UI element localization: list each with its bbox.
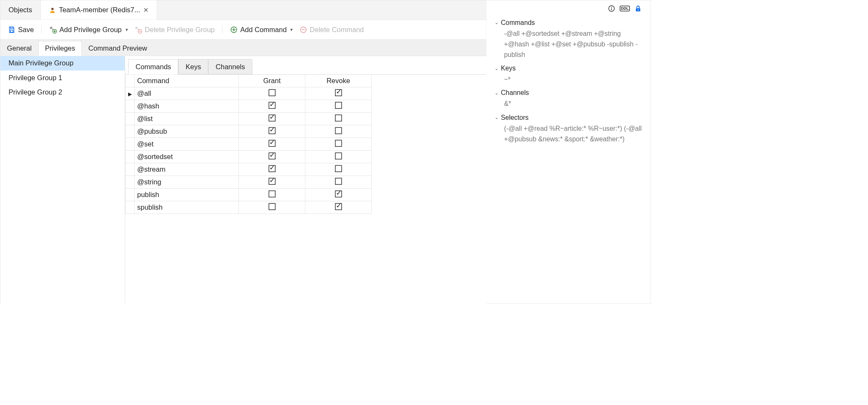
cell-revoke[interactable]: [305, 87, 372, 100]
checkbox-grant[interactable]: [268, 89, 276, 96]
checkbox-grant[interactable]: [268, 102, 276, 109]
table-row[interactable]: @list: [125, 113, 371, 125]
table-row[interactable]: @pubsub: [125, 125, 371, 138]
tab-editor[interactable]: TeamA-member (Redis7... ✕: [40, 0, 157, 20]
cell-revoke[interactable]: [305, 163, 372, 176]
inner-tab-keys[interactable]: Keys: [178, 59, 208, 74]
checkbox-revoke[interactable]: [335, 102, 342, 109]
header-command[interactable]: Command: [134, 75, 239, 87]
checkbox-revoke[interactable]: [335, 165, 342, 172]
cell-command[interactable]: @list: [134, 113, 239, 125]
chevron-down-icon: ▾: [290, 27, 292, 32]
cell-revoke[interactable]: [305, 125, 372, 138]
cell-revoke[interactable]: [305, 113, 372, 125]
side-channels-label: Channels: [501, 89, 529, 97]
checkbox-grant[interactable]: [268, 140, 276, 147]
cell-grant[interactable]: [239, 151, 305, 163]
section-tabs: General Privileges Command Preview: [0, 40, 486, 56]
inner-tab-channels[interactable]: Channels: [209, 59, 252, 74]
privilege-group-item[interactable]: Privilege Group 1: [0, 70, 125, 85]
side-channels-header[interactable]: ⌄Channels: [495, 87, 643, 99]
checkbox-revoke[interactable]: [335, 152, 342, 159]
cell-command[interactable]: @string: [134, 176, 239, 189]
table-row[interactable]: spublish: [125, 201, 371, 214]
checkbox-grant[interactable]: [268, 127, 276, 134]
table-row[interactable]: @sortedset: [125, 151, 371, 163]
table-row[interactable]: ▶@all: [125, 87, 371, 100]
table-row[interactable]: @string: [125, 176, 371, 189]
header-revoke[interactable]: Revoke: [305, 75, 372, 87]
checkbox-grant[interactable]: [268, 178, 276, 185]
cell-revoke[interactable]: [305, 189, 372, 201]
checkbox-revoke[interactable]: [335, 140, 342, 147]
cell-command[interactable]: spublish: [134, 201, 239, 214]
side-keys-value: ~*: [495, 74, 643, 84]
tab-general[interactable]: General: [0, 41, 38, 56]
row-marker: [125, 100, 134, 113]
cell-command[interactable]: @all: [134, 87, 239, 100]
row-marker: [125, 163, 134, 176]
privilege-group-item[interactable]: Main Privilege Group: [0, 56, 125, 71]
cell-command[interactable]: @hash: [134, 100, 239, 113]
checkbox-revoke[interactable]: [335, 89, 342, 96]
table-row[interactable]: @stream: [125, 163, 371, 176]
checkbox-revoke[interactable]: [335, 178, 342, 185]
privilege-group-list: Main Privilege GroupPrivilege Group 1Pri…: [0, 56, 125, 304]
tab-command-preview[interactable]: Command Preview: [82, 41, 154, 56]
cell-command[interactable]: @set: [134, 138, 239, 151]
cell-grant[interactable]: [239, 113, 305, 125]
cell-revoke[interactable]: [305, 151, 372, 163]
checkbox-grant[interactable]: [268, 114, 276, 122]
checkbox-grant[interactable]: [268, 190, 276, 197]
table-row[interactable]: @hash: [125, 100, 371, 113]
checkbox-revoke[interactable]: [335, 114, 342, 122]
checkbox-grant[interactable]: [268, 152, 276, 159]
checkbox-revoke[interactable]: [335, 203, 342, 210]
cell-revoke[interactable]: [305, 176, 372, 189]
cell-grant[interactable]: [239, 87, 305, 100]
info-icon[interactable]: [607, 4, 616, 13]
lock-icon[interactable]: [634, 4, 643, 13]
privilege-group-item[interactable]: Privilege Group 2: [0, 85, 125, 100]
checkbox-revoke[interactable]: [335, 190, 342, 197]
cell-grant[interactable]: [239, 189, 305, 201]
add-command-button[interactable]: Add Command ▾: [228, 24, 295, 35]
checkbox-grant[interactable]: [268, 165, 276, 172]
header-grant[interactable]: Grant: [239, 75, 305, 87]
row-marker: ▶: [125, 87, 134, 100]
cell-grant[interactable]: [239, 176, 305, 189]
table-row[interactable]: @set: [125, 138, 371, 151]
cell-revoke[interactable]: [305, 138, 372, 151]
inner-tab-commands[interactable]: Commands: [129, 59, 179, 74]
row-marker: [125, 201, 134, 214]
cell-revoke[interactable]: [305, 201, 372, 214]
cell-grant[interactable]: [239, 125, 305, 138]
cell-revoke[interactable]: [305, 100, 372, 113]
cell-grant[interactable]: [239, 163, 305, 176]
save-button[interactable]: Save: [5, 24, 37, 35]
side-commands-header[interactable]: ⌄Commands: [495, 17, 643, 28]
add-privilege-group-button[interactable]: Add Privilege Group ▾: [47, 24, 130, 35]
cell-grant[interactable]: [239, 138, 305, 151]
tab-editor-label: TeamA-member (Redis7...: [59, 6, 140, 14]
side-keys-header[interactable]: ⌄Keys: [495, 62, 643, 74]
cell-command[interactable]: @pubsub: [134, 125, 239, 138]
cell-grant[interactable]: [239, 201, 305, 214]
svg-point-11: [638, 9, 638, 10]
cell-command[interactable]: @stream: [134, 163, 239, 176]
toolbar: Save Add Privilege Group ▾ Delete Privil…: [0, 20, 486, 40]
tab-privileges[interactable]: Privileges: [38, 41, 82, 56]
cell-command[interactable]: @sortedset: [134, 151, 239, 163]
tab-objects[interactable]: Objects: [0, 0, 41, 20]
side-selectors-header[interactable]: ⌄Selectors: [495, 112, 643, 123]
ddl-icon[interactable]: DDL: [620, 4, 629, 13]
checkbox-revoke[interactable]: [335, 127, 342, 134]
user-icon: [49, 6, 56, 14]
checkbox-grant[interactable]: [268, 203, 276, 210]
cell-command[interactable]: publish: [134, 189, 239, 201]
table-row[interactable]: publish: [125, 189, 371, 201]
cell-grant[interactable]: [239, 100, 305, 113]
close-icon[interactable]: ✕: [143, 6, 149, 14]
delete-privilege-group-label: Delete Privilege Group: [145, 25, 215, 34]
chevron-down-icon: ⌄: [495, 115, 498, 120]
